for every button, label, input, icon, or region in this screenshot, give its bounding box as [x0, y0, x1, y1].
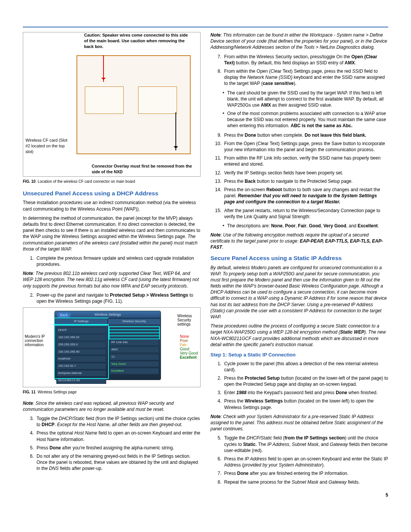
list-c-1: Cycle power to the panel (this allows a … [223, 361, 388, 373]
t: after you're finished assigning the alph… [61, 445, 174, 451]
t: AMX [345, 60, 355, 66]
fig11-lrow: 00:C0:B8:C1:00 [56, 377, 106, 384]
q-exc: Excellent [180, 355, 198, 359]
fig11-tab-left: IP Settings [55, 318, 108, 325]
t: Do not leave this field blank. [304, 133, 366, 138]
t: Wireless Settings [245, 398, 283, 404]
q-poor: Poor [180, 339, 198, 343]
t: Reboot [266, 187, 282, 192]
note-b-label: Note [23, 401, 33, 406]
t: Good [309, 223, 321, 228]
t: Toggle the [37, 416, 59, 421]
note-b: Note: Since the wireless card was replac… [23, 400, 201, 412]
fig10-cf-label: Wireless CF card (Slot #2 located on the… [25, 137, 71, 155]
list-b-11: From within the RF Link Info section, ve… [223, 155, 388, 167]
t: IP Address [267, 442, 289, 447]
t: From within the Open (Clear Text) Settin… [224, 69, 352, 74]
note-e-label: Note [210, 414, 221, 419]
t: Subnet Mask [292, 442, 319, 447]
t: . [222, 244, 223, 250]
list-b-cont: Press the Done button when complete. Do … [210, 132, 388, 220]
t: Press the [224, 398, 245, 404]
fig10-red-arrow [103, 55, 104, 82]
secure-outline: These procedures outline the process of … [210, 323, 388, 348]
t: Protected Setup [245, 375, 280, 381]
fig11-lrow: 192.192.250.92 [56, 334, 106, 341]
t: Toggle the [224, 435, 247, 441]
t: DHCP [41, 422, 54, 427]
note-e: Note: Check with your System Administrat… [210, 414, 388, 432]
fig11-rrow [110, 333, 159, 335]
list-b-7: From within the Wireless Security sectio… [223, 54, 388, 66]
fig11-lrow: localhost [56, 356, 106, 362]
fig11-rrow: RF Link Info [110, 339, 159, 346]
list-b: From within the Wireless Security sectio… [210, 54, 388, 87]
fig11-rrow: Very Good [110, 361, 159, 367]
t: Static [243, 442, 256, 447]
fig11-left-pane: DHCP 192.192.250.92 255.255.255.0 192.19… [55, 325, 108, 378]
note-a-label: Note [23, 271, 33, 276]
fig11-right-label: Wireless Security settings [177, 314, 199, 326]
t: button to navigate to the Protected Setu… [256, 179, 353, 184]
t: , [289, 442, 292, 447]
t: ABC is not the same as Abc. [291, 123, 352, 128]
list-c-3: Enter 1988 into the Keypad's password fi… [223, 390, 388, 396]
t: from the IP Settings section [285, 435, 345, 441]
bullets-15: The descriptions are: None, Poor, Fair, … [210, 223, 388, 229]
fig10-caption: FIG. 10 Location of the wireless CF card… [23, 179, 201, 184]
t: Done [245, 133, 256, 138]
note-a-body: : The previous 802.11b wireless card onl… [23, 271, 199, 288]
heading-step1: Step 1: Setup a Static IP Connection [210, 351, 388, 358]
list-a-cont2: Toggle the DHCP/Static field (from the I… [23, 415, 201, 472]
list-b-8: From within the Open (Clear Text) Settin… [223, 68, 388, 87]
list-c-7: Press Done after you are finished enteri… [223, 470, 388, 476]
two-column-layout: Caution: Speaker wires come connected to… [23, 32, 388, 498]
heading-secure: Secure Panel Access using a Static IP Ad… [210, 254, 388, 262]
fig11-left-label: Modero's IP connection information [25, 334, 52, 347]
t: Done [336, 390, 347, 395]
list-a-5: Press Done after you're finished assigni… [35, 445, 201, 451]
note-c-label: Note [210, 32, 221, 38]
fig11-rrow: Excellent [110, 368, 159, 374]
fig11-quality-legend: None Poor Fair Good Very Good Excellent [180, 334, 198, 359]
t: Fair [298, 223, 306, 228]
figure-10: Caution: Speaker wires come connected to… [23, 32, 201, 177]
fig11-lrow: 192.192.62.7 [56, 363, 106, 369]
unsecured-para-2a: In determining the method of communicati… [23, 216, 200, 240]
t: as their assigned SSID value. [271, 102, 332, 108]
t: Done [237, 471, 249, 476]
t: 1988 [236, 390, 247, 395]
t: Network Name (SSID) [247, 75, 293, 80]
fig10-caution: Caution: Speaker wires come connected to… [84, 32, 191, 50]
list-c-2: Press the Protected Setup button (locate… [223, 375, 388, 387]
page-number: 5 [210, 492, 388, 498]
list-b-13: Press the Back button to navigate to the… [223, 178, 388, 184]
left-column: Caution: Speaker wires come connected to… [23, 32, 201, 498]
t: provided by your System Administrator [244, 462, 322, 468]
fig10-overlay-label: Connector Overlay must first be removed … [92, 163, 194, 175]
list-c-6: Press the IP Address field to open an on… [223, 456, 388, 468]
t: button. By default, this field displays … [235, 60, 345, 66]
t: DHCP/Static [59, 416, 84, 421]
t: . The [256, 442, 267, 447]
bullets-8: The card should be given the SSID used b… [210, 90, 388, 129]
la2a: Power-up the panel and navigate to [37, 292, 110, 298]
fig10-caption-text: Location of the wireless CF card connect… [38, 179, 135, 184]
fig11-back-button: Back [57, 312, 71, 318]
q-vgood: Very Good [180, 351, 198, 355]
list-b-12: Verify the IP Settings section fields ha… [223, 170, 388, 176]
page-top-rule [23, 27, 388, 27]
t: From within the Wireless Security sectio… [224, 54, 351, 59]
fig11-panel-screenshot: Wireless Settings Back IP Settings Wirel… [54, 311, 161, 380]
q-none: None [180, 334, 198, 339]
note-c-body: : This information can be found in eithe… [210, 32, 387, 50]
t: None [271, 223, 282, 228]
fig11-lrow: 192.192.250.90 [56, 349, 106, 355]
fig11-tab-right: Wireless Security [108, 318, 161, 325]
t: The descriptions are: [227, 223, 271, 228]
t: Poor [285, 223, 295, 228]
t: Press the [224, 456, 245, 462]
list-a-4: Press the optional Host Name field to op… [35, 430, 201, 442]
note-d-label: Note [210, 232, 221, 238]
bul8-1: The card should be given the SSID used b… [223, 90, 388, 109]
